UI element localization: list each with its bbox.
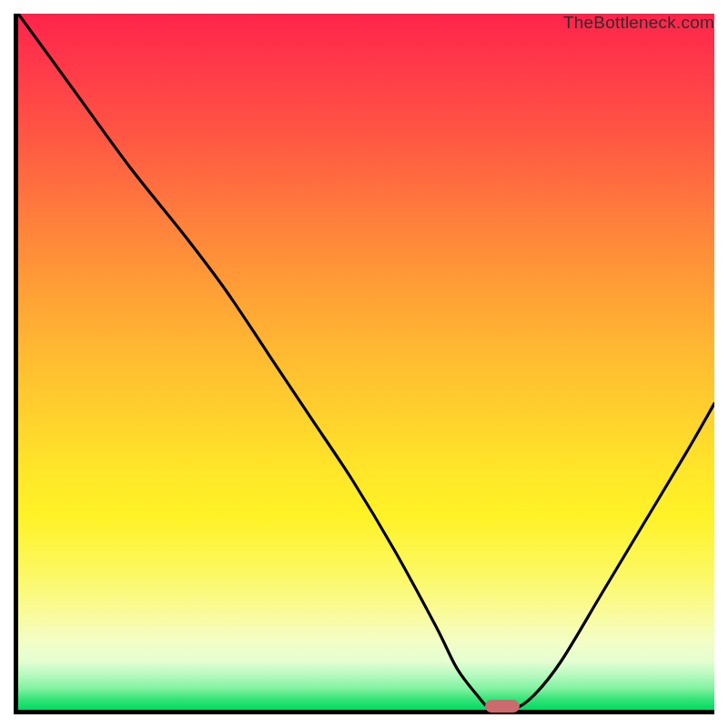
bottleneck-chart: TheBottleneck.com: [0, 0, 728, 728]
bottleneck-curve-path: [18, 14, 714, 710]
plot-area: TheBottleneck.com: [14, 14, 714, 714]
watermark-text: TheBottleneck.com: [563, 13, 714, 33]
curve-layer: [18, 14, 714, 710]
optimal-marker: [485, 700, 520, 713]
